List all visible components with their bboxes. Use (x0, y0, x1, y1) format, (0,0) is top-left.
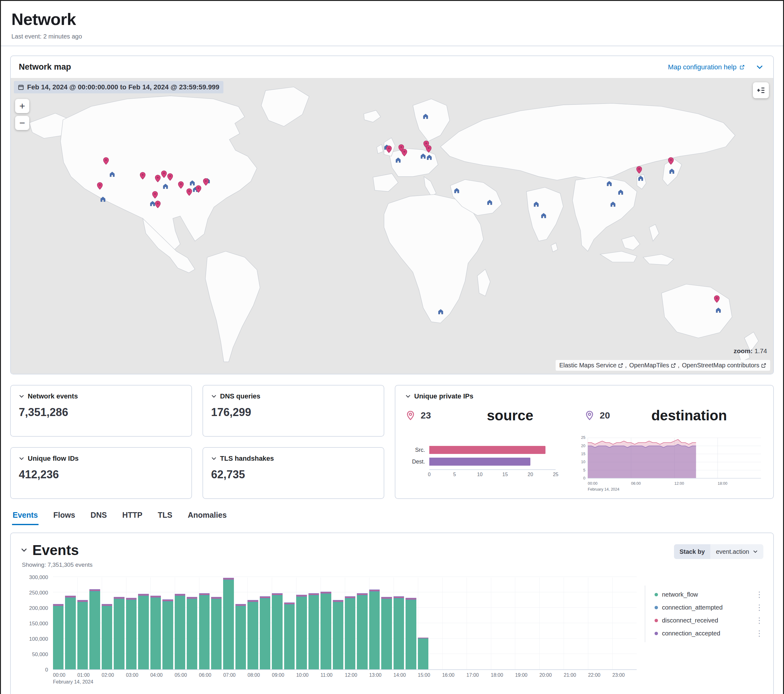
map-attribution-link[interactable]: OpenMapTiles , (629, 362, 680, 369)
histogram-bar[interactable] (211, 597, 222, 669)
map-panel-collapse-chevron-icon[interactable] (754, 63, 765, 71)
map-building-marker[interactable] (669, 168, 675, 176)
legend-item-menu-icon[interactable]: ⋮ (755, 603, 763, 612)
legend-color-dot (655, 619, 658, 622)
map-zoom-out-button[interactable]: − (15, 116, 29, 130)
map-building-marker[interactable] (395, 157, 402, 165)
map-pin-marker[interactable] (96, 182, 104, 191)
histogram-bar[interactable] (272, 593, 282, 669)
map-building-marker[interactable] (637, 175, 644, 183)
histogram-bar[interactable] (381, 597, 392, 669)
map-building-marker[interactable] (540, 212, 547, 220)
histogram-bar[interactable] (369, 590, 380, 669)
histogram-bar[interactable] (53, 604, 64, 669)
histogram-bar[interactable] (284, 602, 295, 669)
map-pin-marker[interactable] (151, 191, 159, 200)
map-attribution-link[interactable]: Elastic Maps Service , (559, 362, 627, 369)
histogram-bar[interactable] (114, 597, 124, 669)
histogram-bar[interactable] (126, 598, 137, 669)
tab-http[interactable]: HTTP (122, 511, 143, 525)
collapse-chevron-icon[interactable] (211, 456, 217, 462)
histogram-bar[interactable] (296, 595, 306, 669)
ip-area-svg: 051015202500:0006:0012:0018:00February 1… (573, 434, 763, 494)
map-building-marker[interactable] (609, 201, 616, 209)
kpi-title: TLS handshakes (220, 455, 274, 463)
legend-item-menu-icon[interactable]: ⋮ (755, 629, 763, 637)
map-building-marker[interactable] (715, 307, 722, 315)
map-building-marker[interactable] (606, 180, 613, 188)
histogram-bar[interactable] (138, 594, 148, 669)
tab-events[interactable]: Events (12, 511, 38, 525)
map-building-marker[interactable] (420, 153, 427, 161)
map-building-marker[interactable] (149, 200, 156, 208)
tab-tls[interactable]: TLS (157, 511, 173, 525)
histogram-bar[interactable] (308, 593, 319, 669)
map-building-marker[interactable] (109, 171, 115, 179)
histogram-bar[interactable] (89, 589, 100, 669)
map-building-marker[interactable] (437, 308, 444, 316)
map-building-marker[interactable] (422, 113, 429, 121)
histogram-bar[interactable] (394, 596, 404, 669)
tab-flows[interactable]: Flows (53, 511, 76, 525)
map-attribution-link[interactable]: OpenStreetMap contributors (682, 362, 766, 369)
unique-private-ips-card: Unique private IPs 23 source 20 destinat… (395, 385, 774, 499)
map-pin-marker[interactable] (385, 145, 393, 154)
map-pin-marker[interactable] (635, 166, 643, 175)
map-pin-marker[interactable] (177, 181, 185, 190)
histogram-bar[interactable] (175, 594, 185, 669)
map-building-marker[interactable] (426, 154, 433, 162)
histogram-bar[interactable] (223, 578, 234, 669)
legend-item-menu-icon[interactable]: ⋮ (755, 617, 763, 624)
histogram-bar[interactable] (150, 596, 161, 669)
events-histogram: 050,000100,000150,000200,000250,000300,0… (21, 577, 763, 686)
collapse-chevron-icon[interactable] (405, 394, 411, 399)
map-pin-marker[interactable] (194, 185, 203, 195)
legend-item-connection_accepted[interactable]: connection_accepted⋮ (655, 629, 763, 637)
map-building-marker[interactable] (533, 201, 540, 209)
collapse-chevron-icon[interactable] (211, 394, 217, 399)
map-building-marker[interactable] (617, 189, 624, 196)
histogram-bar[interactable] (65, 596, 76, 669)
map-pin-marker[interactable] (667, 157, 675, 166)
histogram-bar[interactable] (260, 596, 270, 669)
histogram-bar[interactable] (247, 600, 258, 669)
histogram-bar[interactable] (405, 598, 416, 669)
histogram-bar[interactable] (321, 592, 331, 669)
histogram-bar[interactable] (357, 593, 367, 669)
events-collapse-chevron-icon[interactable] (21, 547, 28, 554)
destination-pin-icon (584, 410, 595, 420)
histogram-bar[interactable] (333, 600, 343, 669)
map-building-marker[interactable] (100, 196, 106, 204)
map-building-marker[interactable] (162, 183, 169, 191)
histogram-bar[interactable] (162, 599, 173, 669)
histogram-bar[interactable] (418, 638, 428, 669)
map-layers-button[interactable] (753, 82, 769, 98)
world-map[interactable]: Feb 14, 2024 @ 00:00:00.000 to Feb 14, 2… (11, 78, 773, 374)
map-pin-marker[interactable] (185, 188, 193, 197)
map-building-marker[interactable] (486, 199, 493, 207)
histogram-bar[interactable] (199, 593, 209, 669)
legend-item-connection_attempted[interactable]: connection_attempted⋮ (655, 603, 763, 612)
map-configuration-help-link[interactable]: Map configuration help (668, 63, 745, 71)
map-pin-marker[interactable] (139, 171, 147, 181)
collapse-chevron-icon[interactable] (19, 456, 24, 462)
map-pin-marker[interactable] (102, 157, 110, 166)
map-pin-marker[interactable] (166, 173, 174, 182)
histogram-bar[interactable] (77, 600, 88, 669)
histogram-bar[interactable] (102, 604, 112, 669)
tab-anomalies[interactable]: Anomalies (187, 511, 227, 525)
histogram-bar[interactable] (345, 596, 355, 669)
histogram-bar[interactable] (187, 597, 197, 669)
legend-item-disconnect_received[interactable]: disconnect_received⋮ (655, 617, 763, 624)
map-pin-marker[interactable] (713, 295, 721, 305)
tab-dns[interactable]: DNS (90, 511, 107, 525)
legend-item-menu-icon[interactable]: ⋮ (755, 590, 763, 598)
map-zoom-in-button[interactable]: + (15, 99, 29, 113)
stack-by-select[interactable]: event.action (710, 544, 763, 559)
ip-bar-label: Src. (405, 447, 425, 453)
histogram-bar[interactable] (236, 604, 246, 669)
collapse-chevron-icon[interactable] (19, 394, 24, 399)
map-building-marker[interactable] (453, 187, 460, 195)
map-pin-marker[interactable] (202, 178, 210, 187)
legend-item-network_flow[interactable]: network_flow⋮ (655, 590, 763, 598)
